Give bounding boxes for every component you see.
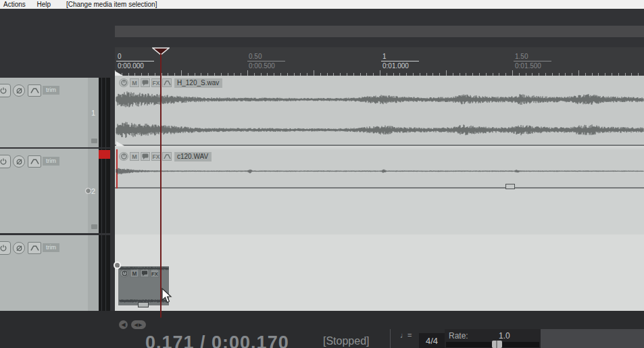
folder-icon[interactable] [91,139,97,143]
fade-handle-ring[interactable] [114,262,121,269]
envelope-button[interactable] [28,84,41,97]
ruler-mark: 0.500:00.500 [247,53,295,70]
media-item-h120[interactable]: M FX H_120_S.wav [115,76,644,146]
clip-indicator[interactable] [99,150,110,159]
phase-button[interactable] [13,155,25,168]
ruler-beat-label: 1 [381,53,419,61]
folder-icon[interactable] [91,224,97,229]
rate-panel: Rate: 1.0 [445,329,541,348]
item-mute-button: M [130,270,139,278]
envelope-button[interactable] [28,155,41,168]
playhead-line [160,54,162,318]
power-button[interactable] [0,155,11,168]
track-meter[interactable] [99,78,110,147]
ruler-time-label: 0:00.500 [247,61,295,70]
track-panel-2[interactable]: trim 2 [0,149,110,233]
menu-item-actions[interactable]: Actions [2,0,27,9]
track-number: 1 [91,109,95,117]
track-number-strip[interactable]: 2 [88,149,99,233]
rate-label: Rate: [449,331,468,341]
ruler-beat-label: 0 [116,53,154,61]
waveform-path [116,122,643,139]
dragged-media-item[interactable]: M FX [118,266,170,306]
transport-bar: ◀ ◀▶ 0.171 / 0:00.170 [Stopped] ♩= 4/4 R… [0,311,644,348]
track-meter[interactable] [99,235,110,311]
item-notes-icon [141,270,149,278]
ruler-tick [181,70,182,76]
track-panel-3[interactable]: trim [0,235,110,311]
ruler-tick [247,70,248,76]
ruler-mark: 10:01.000 [381,53,428,70]
track-number: 2 [91,187,95,195]
track-number-strip[interactable] [88,235,99,311]
ruler-beat-label: 1.50 [514,53,551,61]
power-button[interactable] [0,241,11,255]
power-button[interactable] [0,84,11,97]
tempo-note-icon[interactable]: ♩= [400,331,412,339]
ruler-tick [512,70,513,76]
ruler-tick [314,70,314,76]
record-arm-ring[interactable] [85,188,91,194]
ruler-mark: 1.500:01.500 [514,53,561,70]
phase-button[interactable] [13,242,25,254]
transport-time-display[interactable]: 0.171 / 0:00.170 [145,332,289,348]
envelope-button[interactable] [28,242,41,254]
ruler-tick [578,70,579,76]
transport-status: [Stopped] [323,335,370,347]
ruler-time-label: 0:00.000 [116,61,164,70]
trim-mode-button[interactable]: trim [43,86,59,95]
fade-wedge [116,141,124,146]
mouse-cursor [161,288,174,304]
scroll-pan-button[interactable]: ◀▶ [131,320,146,329]
trim-mode-button[interactable]: trim [43,243,59,252]
track-panel-1[interactable]: trim 1 [0,78,110,147]
rate-slider-handle[interactable] [492,341,502,348]
item-lock-icon [120,270,129,278]
waveform-track2 [115,149,644,189]
media-item-c120[interactable]: M FX c120.WAV [115,149,644,189]
toolbar-strip [115,26,644,37]
ruler-beat-label: 0.50 [247,53,285,61]
ruler-time-label: 0:01.500 [514,61,561,70]
loop-start-wedge [115,71,123,76]
rate-slider[interactable] [446,342,539,347]
ruler-tick [380,70,380,76]
item-fx-button: FX [151,270,159,278]
menu-bar: Actions Help [Change media item selectio… [0,0,644,9]
track-meter[interactable] [99,149,110,233]
track-number-strip[interactable]: 1 [88,78,99,147]
scroll-left-button[interactable]: ◀ [119,320,128,329]
ruler-time-label: 0:01.000 [381,61,428,70]
waveform-path [116,168,643,174]
stretch-marker-handle[interactable] [505,184,515,189]
item-bottom-handle[interactable] [138,302,149,307]
timeline-ruler[interactable]: 00:00.0000.500:00.50010:01.0001.500:01.5… [115,47,644,76]
menu-item-help[interactable]: Help [36,0,53,9]
waveform-path [116,91,643,107]
track3-lane[interactable] [115,234,644,311]
trim-mode-button[interactable]: trim [43,157,59,166]
rate-value[interactable]: 1.0 [499,331,510,341]
transport-divider [390,329,391,348]
time-signature[interactable]: 4/4 [419,333,445,348]
phase-button[interactable] [13,84,25,97]
ruler-tick [446,70,447,76]
docker-panel [541,329,644,348]
waveform-track1 [115,76,644,146]
arrange-view[interactable]: M FX H_120_S.wav M FX [115,76,644,311]
menu-action-hint: [Change media item selection] [65,0,159,9]
